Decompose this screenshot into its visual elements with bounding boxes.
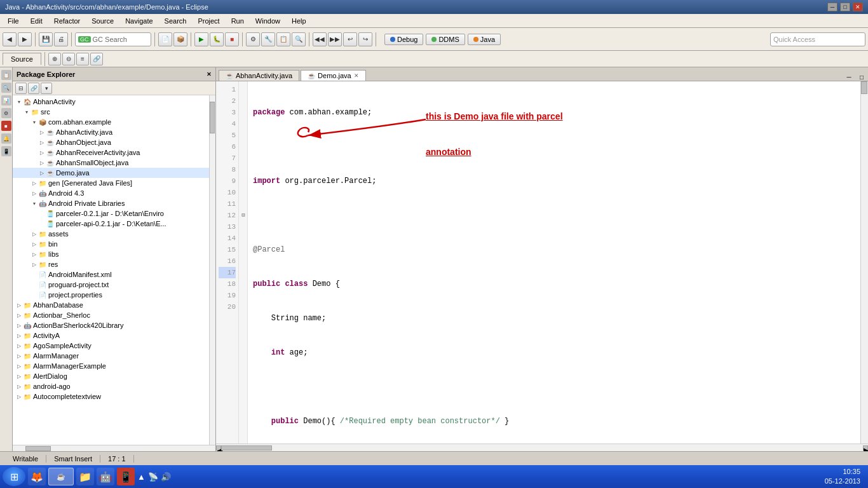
pe-collapse-btn[interactable]: ⊟	[15, 83, 27, 94]
hscroll-track[interactable]	[221, 445, 863, 451]
debug-button[interactable]: Debug	[384, 34, 423, 45]
btn1[interactable]: ⚙	[246, 32, 260, 46]
tree-item-abhanreceiver[interactable]: ▷ ☕ AbhanReceiverActivity.java	[13, 147, 215, 158]
side-icon-5[interactable]: 🔔	[1, 133, 11, 144]
ddms-button[interactable]: DDMS	[426, 34, 465, 45]
tree-item-parceler[interactable]: ▷ 🫙 parceler-0.2.1.jar - D:\Ketan\Enviro	[13, 208, 215, 219]
pe-scrollbar-track[interactable]	[209, 95, 215, 445]
quick-access-box[interactable]: Quick Access	[770, 32, 865, 46]
tree-item-proguard[interactable]: ▷ 📄 proguard-project.txt	[13, 280, 215, 290]
pe-header-x[interactable]: ✕	[207, 71, 212, 78]
menu-navigate[interactable]: Navigate	[120, 16, 158, 26]
tab-maximize-btn[interactable]: □	[855, 74, 868, 81]
pkg-button[interactable]: 📦	[173, 32, 187, 46]
source-tab[interactable]: Source	[3, 53, 41, 65]
forward-button[interactable]: ▶	[18, 32, 32, 46]
menu-run[interactable]: Run	[226, 16, 249, 26]
btn7[interactable]: ↩	[343, 32, 357, 46]
tree-item-agosample[interactable]: ▷ 📁 AgoSampleActivity	[13, 341, 215, 351]
tab-minimize-btn[interactable]: ─	[843, 74, 855, 81]
side-icon-4[interactable]: ⚙	[1, 108, 11, 118]
tree-item-parceler-api[interactable]: ▷ 🫙 parceler-api-0.2.1.jar - D:\Ketan\E.…	[13, 219, 215, 229]
tab-demo-close[interactable]: ✕	[354, 72, 359, 79]
debug-run-button[interactable]: 🐛	[210, 32, 224, 46]
tray-up-arrow[interactable]: ▲	[137, 472, 146, 482]
pe-link-btn[interactable]: 🔗	[28, 83, 39, 94]
tree-item-android43[interactable]: ▷ 🤖 Android 4.3	[13, 188, 215, 198]
taskbar-eclipse[interactable]: ☕	[48, 468, 74, 485]
btn4[interactable]: 🔍	[292, 32, 306, 46]
tree-item-alarmmanagerex[interactable]: ▷ 📁 AlarmManagerExample	[13, 361, 215, 371]
tree-item-actionbar[interactable]: ▷ 📁 Actionbar_Sherloc	[13, 310, 215, 320]
pe-hscroll[interactable]	[13, 445, 215, 451]
new-button[interactable]: 📄	[158, 32, 172, 46]
fold-12[interactable]: ⊟	[239, 210, 248, 221]
side-icon-3[interactable]: 📊	[1, 95, 11, 105]
t2-btn2[interactable]: ⊖	[62, 53, 75, 65]
menu-source[interactable]: Source	[86, 16, 119, 26]
editor-vscroll[interactable]	[860, 81, 868, 444]
tree-item-abhansmall[interactable]: ▷ ☕ AbhanSmallObject.java	[13, 158, 215, 168]
btn5[interactable]: ◀◀	[313, 32, 327, 46]
tree-item-gen[interactable]: ▷ 📁 gen [Generated Java Files]	[13, 178, 215, 188]
t2-btn4[interactable]: 🔗	[90, 53, 103, 65]
tree-item-private-libs[interactable]: ▾ 🤖 Android Private Libraries	[13, 198, 215, 208]
hscroll-thumb[interactable]	[221, 445, 272, 451]
side-icon-2[interactable]: 🔍	[1, 83, 11, 93]
hscroll-right-btn[interactable]: ▶	[863, 445, 868, 451]
side-icon-6[interactable]: 📱	[1, 146, 11, 156]
btn3[interactable]: 📋	[276, 32, 290, 46]
t2-btn3[interactable]: ≡	[76, 53, 89, 65]
hscroll-left-btn[interactable]: ◀	[216, 445, 221, 451]
pe-scrollbar-thumb[interactable]	[210, 102, 215, 133]
pe-hscroll-thumb[interactable]	[25, 446, 51, 451]
tab-abhanactivity[interactable]: ☕ AbhanActivity.java	[219, 70, 299, 81]
menu-window[interactable]: Window	[250, 16, 285, 26]
tree-item-src[interactable]: ▾ 📁 src	[13, 107, 215, 117]
clock[interactable]: 10:35 05-12-2013	[825, 467, 865, 487]
taskbar-android[interactable]: 🤖	[97, 468, 114, 485]
stop-button[interactable]: ■	[225, 32, 239, 46]
tree-item-bin[interactable]: ▷ 📁 bin	[13, 239, 215, 249]
menu-search[interactable]: Search	[159, 16, 192, 26]
taskbar-firefox[interactable]: 🦊	[28, 468, 46, 485]
pe-menu-btn[interactable]: ▾	[41, 83, 52, 94]
tree-item-androidago[interactable]: ▷ 📁 android-ago	[13, 381, 215, 391]
menu-file[interactable]: File	[3, 16, 24, 26]
menu-project[interactable]: Project	[193, 16, 224, 26]
editor-vscroll-thumb[interactable]	[861, 81, 867, 94]
tree-item-autocomplete[interactable]: ▷ 📁 Autocompletetextview	[13, 391, 215, 402]
editor-content[interactable]: 1 2 3 4 5 6 7 8 9 10 11 12 13 14 15 16 1	[216, 81, 868, 444]
btn6[interactable]: ▶▶	[328, 32, 342, 46]
gc-search-box[interactable]: GC GC Search	[75, 32, 151, 46]
tree-item-libs[interactable]: ▷ 📁 libs	[13, 249, 215, 259]
tree-item-alarmmanager[interactable]: ▷ 📁 AlarmManager	[13, 351, 215, 361]
tree-item-assets[interactable]: ▷ 📁 assets	[13, 229, 215, 239]
tree-item-abhanactivity-java[interactable]: ▷ ☕ AbhanActivity.java	[13, 127, 215, 137]
menu-refactor[interactable]: Refactor	[49, 16, 86, 26]
t2-btn1[interactable]: ⊕	[48, 53, 61, 65]
close-button[interactable]: ✕	[853, 3, 863, 11]
tree-item-abhanactivity[interactable]: ▾ 🏠 AbhanActivity	[13, 97, 215, 107]
code-editor[interactable]: package com.abhan.example; import org.pa…	[248, 81, 860, 444]
tree-item-comabhan[interactable]: ▾ 📦 com.abhan.example	[13, 117, 215, 127]
tree-item-manifest[interactable]: ▷ 📄 AndroidManifest.xml	[13, 269, 215, 280]
back-button[interactable]: ◀	[3, 32, 17, 46]
btn2[interactable]: 🔧	[261, 32, 275, 46]
run-button[interactable]: ▶	[194, 32, 208, 46]
tray-network[interactable]: 📡	[148, 472, 158, 482]
restore-button[interactable]: □	[840, 3, 850, 11]
menu-edit[interactable]: Edit	[25, 16, 48, 26]
tab-demo[interactable]: ☕ Demo.java ✕	[301, 70, 366, 81]
taskbar-explorer[interactable]: 📁	[76, 468, 94, 485]
java-button[interactable]: Java	[468, 34, 501, 45]
side-icon-1[interactable]: 📋	[1, 70, 11, 80]
tree-item-alertdialog[interactable]: ▷ 📁 AlertDialog	[13, 371, 215, 381]
tree-item-actionbarsherlock[interactable]: ▷ 🤖 ActionBarSherlock420Library	[13, 320, 215, 330]
tree-item-abhandatabase[interactable]: ▷ 📁 AbhanDatabase	[13, 300, 215, 310]
btn8[interactable]: ↪	[358, 32, 372, 46]
tree-item-projectprops[interactable]: ▷ 📄 project.properties	[13, 290, 215, 300]
minimize-button[interactable]: ─	[827, 3, 837, 11]
menu-help[interactable]: Help	[287, 16, 311, 26]
tree-item-abhanobject[interactable]: ▷ ☕ AbhanObject.java	[13, 137, 215, 147]
